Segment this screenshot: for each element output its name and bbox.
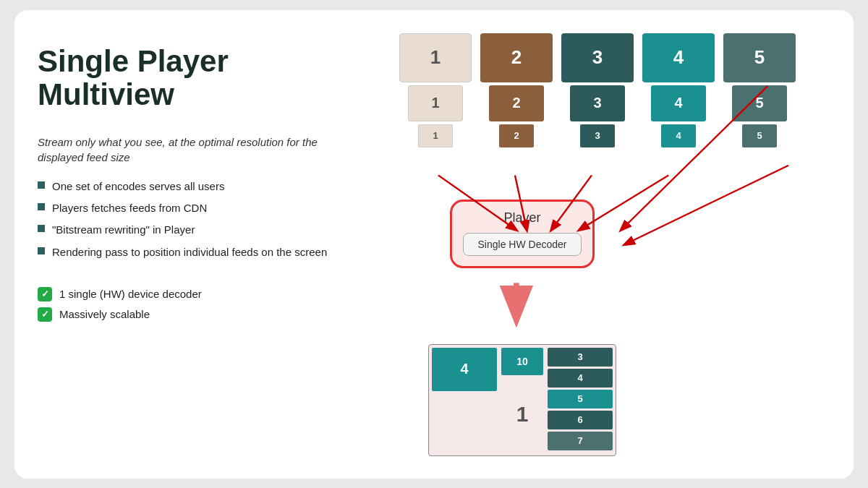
feed-group-1: 1 1 1 [399, 33, 472, 147]
list-item: Rendering pass to position individual fe… [38, 245, 356, 260]
feeds-top-row: 1 1 1 2 2 2 3 3 3 4 4 4 [399, 33, 796, 147]
feed-group-4: 4 4 4 [642, 33, 715, 147]
feed-box-large-5: 5 [723, 33, 796, 82]
list-item: One set of encodes serves all users [38, 179, 356, 194]
feed-box-large-2: 2 [480, 33, 553, 82]
feed-box-small-2: 2 [499, 124, 534, 147]
bullet-icon [38, 225, 45, 232]
list-item: "Bitstream rewriting" in Player [38, 223, 356, 237]
check-list: ✓ 1 single (HW) device decoder ✓ Massive… [38, 287, 356, 328]
check-item: ✓ 1 single (HW) device decoder [38, 287, 356, 301]
feed-box-small-3: 3 [580, 124, 615, 147]
feed-group-2: 2 2 2 [480, 33, 553, 147]
bullet-list: One set of encodes serves all users Play… [38, 179, 356, 267]
left-panel: Single PlayerMultiview Stream only what … [38, 33, 356, 461]
feed-group-3: 3 3 3 [561, 33, 634, 147]
output-inner: 4 10 3 4 5 6 7 1 [429, 345, 616, 455]
output-cell-3: 3 [548, 348, 613, 367]
output-cell-1: 1 [501, 378, 543, 450]
bullet-icon [38, 181, 45, 189]
feed-box-large-1: 1 [399, 33, 472, 82]
feed-box-small-5: 5 [742, 124, 777, 147]
player-label: Player [503, 210, 540, 226]
svg-line-7 [624, 165, 788, 244]
feed-box-small-4: 4 [661, 124, 696, 147]
feed-group-5: 5 5 5 [723, 33, 796, 147]
list-item: Players fetches feeds from CDN [38, 201, 356, 215]
output-cell-5: 5 [548, 390, 613, 408]
subtitle-text: Stream only what you see, at the optimal… [38, 134, 356, 165]
page-title: Single PlayerMultiview [38, 45, 356, 111]
decoder-box: Single HW Decoder [463, 233, 582, 256]
bullet-icon [38, 203, 45, 210]
bullet-icon [38, 247, 45, 254]
feed-box-medium-2: 2 [489, 85, 544, 121]
player-box: Player Single HW Decoder [450, 200, 595, 268]
feed-box-medium-1: 1 [408, 85, 463, 121]
feed-box-small-1: 1 [418, 124, 453, 147]
output-cell-4-large: 4 [432, 348, 497, 391]
right-panel: 1 1 1 2 2 2 3 3 3 4 4 4 [356, 33, 830, 461]
checkmark-icon: ✓ [38, 307, 52, 322]
feed-box-medium-5: 5 [732, 85, 787, 121]
feed-box-large-4: 4 [642, 33, 715, 82]
check-item: ✓ Massively scalable [38, 307, 356, 322]
main-card: Single PlayerMultiview Stream only what … [14, 10, 854, 479]
output-cell-10: 10 [501, 348, 543, 375]
feed-box-large-3: 3 [561, 33, 634, 82]
checkmark-icon: ✓ [38, 287, 52, 301]
output-cell-7: 7 [548, 432, 613, 450]
output-multiview-box: 4 10 3 4 5 6 7 1 [428, 344, 616, 456]
output-cell-6: 6 [548, 411, 613, 429]
feed-box-medium-4: 4 [651, 85, 706, 121]
feed-box-medium-3: 3 [570, 85, 625, 121]
output-cell-4b: 4 [548, 369, 613, 388]
